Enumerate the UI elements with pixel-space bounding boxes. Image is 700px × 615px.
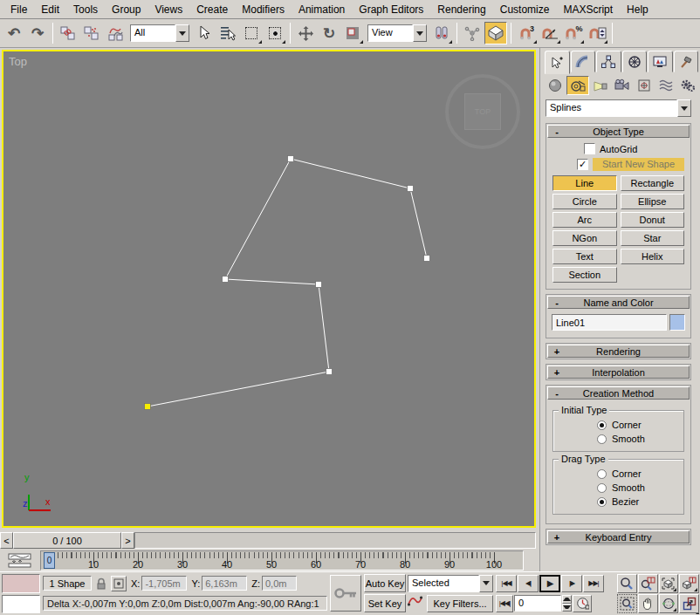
time-configuration-button[interactable]: [573, 595, 592, 612]
rollout-creation-method-header[interactable]: - Creation Method: [547, 386, 690, 400]
key-filters-button[interactable]: Key Filters...: [427, 595, 493, 612]
start-new-shape-button[interactable]: Start New Shape: [593, 158, 684, 171]
angle-snap-button[interactable]: [539, 22, 561, 44]
shape-category-dropdown[interactable]: Splines: [546, 99, 691, 117]
rectangular-selection-region-button[interactable]: [240, 22, 263, 44]
tab-create[interactable]: [545, 51, 570, 74]
time-slider-next-button[interactable]: >: [121, 532, 134, 549]
rollout-rendering-header[interactable]: + Rendering: [547, 345, 690, 358]
reference-coordsys-arrow[interactable]: [413, 24, 427, 42]
select-and-scale-button[interactable]: [341, 22, 364, 44]
zoom-all-button[interactable]: [638, 574, 658, 593]
use-pivot-center-button[interactable]: [430, 22, 453, 44]
select-object-button[interactable]: [193, 22, 216, 44]
pan-button[interactable]: [638, 594, 658, 613]
next-frame-button[interactable]: |▶: [561, 575, 582, 592]
menu-help[interactable]: Help: [620, 1, 655, 18]
tab-hierarchy[interactable]: [596, 51, 621, 72]
helix-button[interactable]: Helix: [621, 249, 685, 264]
subtab-space-warps[interactable]: [655, 76, 676, 95]
z-coordinate-field[interactable]: 0,0m: [262, 576, 297, 591]
menu-edit[interactable]: Edit: [34, 1, 66, 18]
track-bar-ruler[interactable]: 0 10 20 30 40 50 60 70 80 90 100 0: [40, 550, 524, 571]
time-slider-prev-button[interactable]: <: [0, 532, 13, 549]
rectangle-button[interactable]: Rectangle: [621, 175, 685, 191]
percent-snap-button[interactable]: %: [562, 22, 585, 44]
autogrid-checkbox[interactable]: [584, 143, 595, 154]
tab-modify[interactable]: [571, 51, 596, 72]
listener-script-line[interactable]: [2, 595, 40, 614]
maxscript-mini-listener[interactable]: [2, 574, 40, 613]
mini-curve-editor-button[interactable]: [0, 550, 40, 571]
current-frame-input[interactable]: 0: [514, 595, 561, 612]
maximize-viewport-toggle-button[interactable]: [679, 594, 699, 613]
subtab-helpers[interactable]: [634, 76, 655, 95]
menu-customize[interactable]: Customize: [493, 1, 557, 18]
auto-key-button[interactable]: Auto Key: [364, 574, 406, 592]
frame-spinner-down[interactable]: [562, 604, 572, 612]
zoom-region-button[interactable]: [617, 594, 637, 613]
set-key-button[interactable]: Set Key: [364, 594, 406, 612]
menu-modifiers[interactable]: Modifiers: [235, 1, 292, 18]
reference-coordsys-dropdown[interactable]: View: [367, 24, 427, 42]
line-button[interactable]: Line: [552, 175, 617, 191]
rollout-interpolation-header[interactable]: + Interpolation: [547, 366, 690, 379]
rollout-name-color-header[interactable]: - Name and Color: [547, 296, 690, 309]
go-to-end-button[interactable]: ▶▶|: [583, 575, 604, 592]
listener-macro-line[interactable]: [2, 574, 40, 593]
go-to-start-button[interactable]: |◀◀: [496, 575, 517, 592]
tab-display[interactable]: [648, 51, 673, 72]
spinner-snap-button[interactable]: [586, 22, 608, 44]
subtab-cameras[interactable]: [612, 76, 633, 95]
menu-maxscript[interactable]: MAXScript: [556, 1, 620, 18]
text-button[interactable]: Text: [552, 249, 617, 264]
subtab-shapes[interactable]: [566, 76, 589, 95]
line-spline[interactable]: [3, 51, 534, 526]
selection-filter-arrow[interactable]: [175, 24, 189, 42]
menu-group[interactable]: Group: [105, 1, 148, 18]
viewport-top[interactable]: Top TOP y z x: [2, 50, 536, 528]
subtab-geometry[interactable]: [545, 76, 566, 95]
selection-filter-dropdown[interactable]: All: [130, 24, 189, 42]
x-coordinate-field[interactable]: -1,705m: [141, 576, 187, 591]
select-by-name-button[interactable]: [216, 22, 239, 44]
menu-file[interactable]: File: [3, 1, 34, 18]
drag-bezier-radio[interactable]: [597, 497, 607, 507]
select-and-link-button[interactable]: [57, 22, 79, 44]
menu-views[interactable]: Views: [148, 1, 189, 18]
window-crossing-toggle-button[interactable]: [264, 22, 286, 44]
snap-3d-button[interactable]: 3: [515, 22, 538, 44]
default-tangent-button[interactable]: [408, 595, 425, 612]
initial-corner-radio[interactable]: [597, 420, 607, 430]
absolute-offset-toggle[interactable]: [111, 576, 127, 591]
frame-spinner-up[interactable]: [562, 595, 572, 604]
start-new-shape-checkbox[interactable]: ✓: [577, 159, 588, 170]
object-name-input[interactable]: Line01: [552, 314, 667, 331]
menu-create[interactable]: Create: [189, 1, 235, 18]
redo-button[interactable]: ↷: [26, 22, 49, 44]
object-color-swatch[interactable]: [669, 314, 685, 331]
time-slider-track[interactable]: [134, 532, 536, 549]
zoom-extents-button[interactable]: [659, 574, 679, 593]
menu-animation[interactable]: Animation: [292, 1, 352, 18]
snaps-toggle-button[interactable]: [484, 22, 507, 44]
circle-button[interactable]: Circle: [552, 194, 617, 209]
select-and-rotate-button[interactable]: ↻: [318, 22, 340, 44]
initial-smooth-radio[interactable]: [597, 434, 607, 444]
current-frame-indicator[interactable]: 0: [44, 552, 55, 569]
select-and-move-button[interactable]: [294, 22, 317, 44]
tab-utilities[interactable]: [674, 51, 699, 72]
arc-button[interactable]: Arc: [552, 212, 617, 228]
menu-tools[interactable]: Tools: [66, 1, 105, 18]
bind-to-space-warp-button[interactable]: [104, 22, 127, 44]
selection-lock-toggle[interactable]: [93, 576, 109, 591]
select-and-manipulate-button[interactable]: [461, 22, 484, 44]
zoom-extents-all-button[interactable]: [679, 574, 699, 593]
play-button[interactable]: ▶: [539, 575, 560, 592]
time-slider-handle[interactable]: 0 / 100: [13, 532, 121, 549]
star-button[interactable]: Star: [621, 230, 685, 246]
key-filter-arrow[interactable]: [479, 575, 493, 592]
menu-graph-editors[interactable]: Graph Editors: [352, 1, 430, 18]
previous-frame-button[interactable]: ◀|: [518, 575, 539, 592]
set-keys-button[interactable]: [330, 575, 361, 612]
